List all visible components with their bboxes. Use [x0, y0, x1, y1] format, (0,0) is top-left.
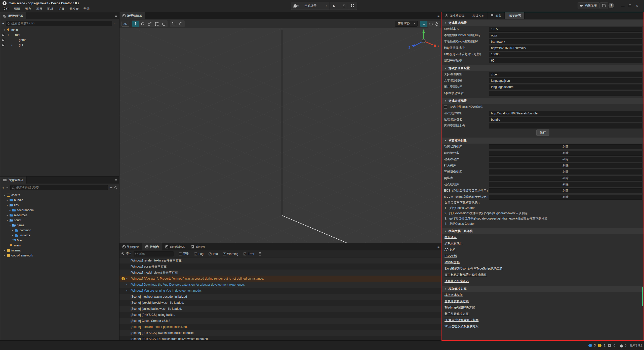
- doc-link[interactable]: API文档: [445, 248, 455, 252]
- sort-icon[interactable]: [6, 186, 9, 189]
- tree-row[interactable]: gui: [0, 42, 119, 48]
- field-value-input[interactable]: oops: [489, 33, 642, 38]
- scrollbar-thumb[interactable]: [642, 287, 643, 306]
- maximize-button[interactable]: [626, 3, 633, 9]
- section-solutions[interactable]: ▾ 框架解决方案: [442, 286, 643, 292]
- tree-row[interactable]: Main: [0, 238, 119, 243]
- field-value-input[interactable]: framework: [489, 39, 642, 44]
- solution-link[interactable]: 3D角色扮演游戏解决方案: [445, 324, 478, 329]
- doc-link[interactable]: 动画状态机编辑器: [445, 279, 469, 283]
- 3d-mode-button[interactable]: 3D: [122, 21, 129, 27]
- console-log-row[interactable]: [Window] You are running Vue in developm…: [119, 288, 441, 294]
- chevron-icon[interactable]: [12, 234, 14, 237]
- warning-count-icon[interactable]: !: [598, 344, 601, 347]
- preview-device-button[interactable]: ▾: [291, 2, 302, 10]
- filter-icon[interactable]: ≔: [114, 22, 117, 25]
- chevron-icon[interactable]: [12, 229, 14, 232]
- move-tool-button[interactable]: [132, 21, 139, 27]
- menu-item[interactable]: 开发者: [67, 6, 81, 12]
- help-button[interactable]: ?: [609, 3, 614, 8]
- tree-row[interactable]: main: [0, 27, 119, 32]
- console-tab[interactable]: 动画编辑器: [162, 243, 188, 250]
- module-remove-button[interactable]: 剔除: [489, 151, 642, 156]
- inspector-tab[interactable]: 服务: [488, 12, 505, 19]
- chevron-icon[interactable]: [6, 199, 9, 201]
- section-language-config[interactable]: ▾ 游戏多语言配置: [442, 65, 643, 71]
- tree-row[interactable]: seedrandom: [0, 208, 119, 213]
- field-value-input[interactable]: [489, 91, 642, 96]
- error-count-icon[interactable]: ×: [608, 344, 611, 347]
- section-resource-config[interactable]: ▾ 游戏资源配置: [442, 98, 643, 104]
- tree-row[interactable]: script: [0, 218, 119, 223]
- console-log-row[interactable]: [Scene] [PHYSICS2D]: switch from box2d-w…: [119, 336, 441, 340]
- module-remove-button[interactable]: 剔除: [489, 188, 642, 193]
- menu-item[interactable]: 项目: [34, 6, 45, 12]
- tree-row[interactable]: game: [0, 223, 119, 228]
- field-value-input[interactable]: zh,en: [489, 72, 642, 77]
- panel-menu-icon[interactable]: ≡: [115, 178, 117, 182]
- reload-button[interactable]: [339, 2, 349, 10]
- solution-link[interactable]: 新手引导解决方案: [445, 312, 469, 316]
- save-button[interactable]: 保存: [536, 129, 549, 136]
- solution-link[interactable]: 2D角色扮演游戏解决方案: [445, 318, 478, 322]
- field-value-input[interactable]: [489, 123, 642, 128]
- section-basic-config[interactable]: ▾ 游戏基础配置: [442, 20, 643, 26]
- console-log-row[interactable]: [Window] model_view文件夹不存在: [119, 270, 441, 276]
- bell-icon[interactable]: [620, 344, 623, 347]
- menu-item[interactable]: 扩展: [56, 6, 67, 12]
- checkbox-icon[interactable]: [223, 252, 226, 255]
- console-log-row[interactable]: [Window] Download the Vue Devtools exten…: [119, 282, 441, 288]
- doc-link[interactable]: 原生包热更新配置自动生成插件: [445, 273, 487, 277]
- tree-row[interactable]: common: [0, 228, 119, 233]
- remote-load-checkbox[interactable]: [444, 105, 447, 109]
- log-file-icon[interactable]: [259, 252, 261, 255]
- tree-row[interactable]: oops-framework: [0, 253, 119, 258]
- console-log-row[interactable]: [Scene] Forward render pipeline initiali…: [119, 324, 441, 330]
- tab-scene-editor[interactable]: 场景编辑器: [119, 12, 145, 19]
- coordinate-button[interactable]: [178, 21, 184, 27]
- field-value-input[interactable]: bundle: [489, 117, 642, 122]
- assets-search-input[interactable]: [16, 186, 106, 189]
- console-filter[interactable]: Warning: [223, 252, 238, 256]
- chevron-icon[interactable]: [7, 34, 10, 36]
- console-log-row[interactable]: [Scene] [PHYSICS]: using builtin.: [119, 312, 441, 318]
- menu-item[interactable]: 文件: [1, 6, 12, 12]
- pivot-button[interactable]: [171, 21, 177, 27]
- console-log-row[interactable]: [Window] ecs文件夹不存在: [119, 264, 441, 270]
- chevron-icon[interactable]: [3, 194, 6, 196]
- console-filter[interactable]: Error: [243, 252, 254, 256]
- console-filter[interactable]: 正则: [179, 252, 189, 256]
- panel-menu-icon[interactable]: ≡: [437, 245, 439, 249]
- chevron-icon[interactable]: [3, 249, 6, 252]
- solution-link[interactable]: Tiledmap地图解决方案: [445, 305, 475, 310]
- section-module-trim[interactable]: ▾ 框架模块剔除: [442, 138, 643, 144]
- play-button[interactable]: ▶: [330, 2, 339, 10]
- menu-item[interactable]: 编辑: [12, 6, 23, 12]
- checkbox-icon[interactable]: [209, 252, 212, 255]
- expand-chevron-icon[interactable]: [127, 289, 129, 292]
- doc-link[interactable]: 教程项目: [445, 235, 457, 239]
- doc-link[interactable]: ECS文档: [445, 254, 457, 258]
- checkbox-icon[interactable]: [243, 252, 246, 255]
- checkbox-icon[interactable]: [194, 252, 197, 255]
- field-value-input[interactable]: http://localhost:8083/assets/bundle: [489, 111, 642, 116]
- console-filter[interactable]: Log: [194, 252, 204, 256]
- scene-settings-button[interactable]: [434, 21, 439, 27]
- scene-select[interactable]: 当前场景 ▾: [302, 2, 330, 10]
- refresh-icon[interactable]: [114, 186, 117, 189]
- tree-row[interactable]: assets: [0, 193, 119, 198]
- add-asset-button[interactable]: +: [2, 186, 4, 189]
- doc-link[interactable]: Excel格式转Json文件与TypeScript代码工具: [445, 267, 503, 271]
- inspector-tab[interactable]: 框架配置: [505, 12, 525, 19]
- module-remove-button[interactable]: 剔除: [489, 176, 642, 181]
- field-value-input[interactable]: 60: [489, 58, 642, 63]
- section-doc-links[interactable]: ▾ 框架文档工具链接: [442, 228, 643, 234]
- tree-row[interactable]: main: [0, 243, 119, 248]
- chevron-icon[interactable]: [6, 214, 9, 216]
- module-remove-button[interactable]: 剔除: [489, 195, 642, 200]
- module-remove-button[interactable]: 剔除: [489, 182, 642, 187]
- field-value-input[interactable]: language/texture: [489, 84, 642, 90]
- filter-icon[interactable]: ≔: [109, 186, 113, 190]
- tree-row[interactable]: initialize: [0, 233, 119, 238]
- chevron-icon[interactable]: [6, 204, 9, 206]
